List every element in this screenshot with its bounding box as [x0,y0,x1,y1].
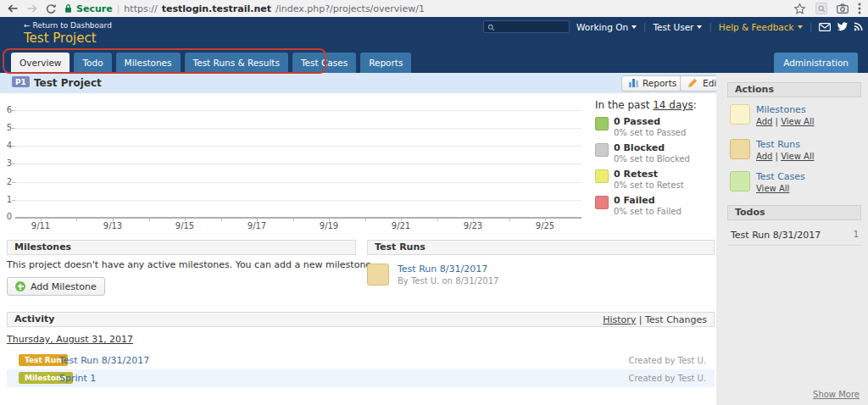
activity-links-separator: | [639,314,643,325]
x-axis-tick: 9/21 [392,221,410,230]
add-milestone-button[interactable]: Add Milestone [7,277,105,296]
activity-item-link[interactable]: Sprint 1 [59,373,96,384]
legend-heading: In the past 14 days: [595,99,697,111]
browser-menu-icon[interactable] [858,3,861,14]
legend-label-retest: 0 Retest [614,169,658,180]
chevron-down-icon [697,25,702,29]
twitter-icon[interactable] [837,19,848,35]
tab-test-cases[interactable]: Test Cases [292,53,356,73]
gridline [15,146,581,147]
url-separator: | [117,3,120,14]
x-axis-tick: 9/13 [103,221,122,230]
test-run-icon [367,264,389,286]
address-bar[interactable]: Secure | https://testlogin.testrail.net/… [64,3,786,14]
milestones-add-link[interactable]: Add [756,117,772,126]
gridline [15,164,581,164]
legend-swatch-failed [595,196,609,209]
project-id-badge: P1 [12,76,30,87]
todo-item-label: Test Run 8/31/2017 [731,230,821,241]
test-runs-view-all-link[interactable]: View All [781,152,814,161]
project-tabs: Overview Todo Milestones Test Runs & Res… [11,53,411,73]
y-axis-tick: 5 [0,123,12,132]
topbar-right: Working On | Test User | Help & Feedback… [483,19,863,34]
todo-item[interactable]: Test Run 8/31/2017 1 [727,225,861,246]
activity-panel-header: Activity History | Test Changes [7,312,715,327]
tab-reports[interactable]: Reports [360,53,411,73]
test-run-subtext: By Test U. on 8/31/2017 [398,276,498,286]
tab-test-runs-results[interactable]: Test Runs & Results [185,53,288,73]
tab-administration[interactable]: Administration [774,53,858,73]
browser-actions [793,3,861,15]
y-axis-tick: 3 [0,158,12,168]
topbar-project-title: Test Project [24,31,97,46]
user-menu[interactable]: Test User [653,22,702,32]
todos-panel-header: Todos [727,205,861,220]
legend-heading-suffix: : [693,99,697,111]
bookmark-star-icon[interactable] [793,3,806,15]
working-on-menu[interactable]: Working On [576,22,637,32]
legend-swatch-retest [595,169,609,183]
test-cases-view-all-link[interactable]: View All [756,184,789,193]
mail-icon[interactable] [819,19,831,35]
history-link[interactable]: History [603,314,636,325]
pencil-icon [687,77,698,90]
gridline [15,200,581,201]
activity-title: Activity [14,313,54,325]
sublink-separator: | [776,152,778,161]
working-on-label: Working On [576,22,628,32]
x-axis-tick: 9/19 [320,221,338,230]
page-title: Test Project [34,77,102,89]
add-icon [15,281,25,291]
legend-sub-blocked: 0% set to Blocked [614,154,690,164]
screenshot-camera-icon[interactable] [837,3,849,14]
sidebar-milestones-link[interactable]: Milestones [756,104,806,115]
return-to-dashboard-link[interactable]: ← Return to Dashboard [24,21,112,30]
back-icon[interactable] [7,3,19,14]
activity-item-meta: Created by Test U. [628,374,706,383]
test-runs-action-icon [730,139,750,159]
todo-item-count: 1 [854,230,859,239]
legend-sub-passed: 0% set to Passed [614,128,686,137]
gridline [15,182,581,183]
forward-icon[interactable] [26,3,38,14]
sublink-separator: | [776,117,778,126]
tab-todo[interactable]: Todo [74,53,111,73]
search-icon [487,19,495,35]
activity-date-heading: Thursday, August 31, 2017 [7,334,133,345]
milestones-empty-text: This project doesn't have any active mil… [7,259,375,270]
y-axis-tick: 6 [0,105,12,114]
sidebar-test-cases-link[interactable]: Test Cases [756,171,805,182]
gridline [15,110,581,111]
zoom-page-icon[interactable] [815,3,827,14]
url-path: /index.php?/projects/overview/1 [275,3,425,14]
show-more-link[interactable]: Show More [813,390,860,399]
global-search-input[interactable] [483,20,570,33]
milestones-action-icon [730,104,750,125]
x-axis-tick: 9/23 [464,221,482,230]
activity-header-links: History | Test Changes [603,313,707,327]
actions-panel-header: Actions [727,82,861,97]
test-runs-add-link[interactable]: Add [756,152,772,161]
legend-label-blocked: 0 Blocked [614,142,665,153]
activity-item-meta: Created by Test U. [628,356,706,365]
refresh-icon[interactable] [46,3,57,14]
tab-milestones[interactable]: Milestones [116,53,181,73]
y-axis-tick: 0 [0,212,12,221]
x-axis-tick: 9/15 [175,221,194,230]
help-feedback-menu[interactable]: Help & Feedback [719,22,803,32]
legend-swatch-passed [595,117,609,130]
lock-icon [64,3,72,14]
milestones-view-all-link[interactable]: View All [781,117,814,126]
past-days-link[interactable]: 14 days [653,99,693,111]
rss-icon[interactable] [854,19,863,35]
test-run-link[interactable]: Test Run 8/31/2017 [398,264,487,275]
sidebar-test-runs-link[interactable]: Test Runs [756,139,800,150]
legend-label-failed: 0 Failed [614,195,655,206]
url-scheme: https:// [124,3,157,14]
bar-chart-icon [629,79,638,87]
gridline [15,128,581,129]
activity-item-link[interactable]: Test Run 8/31/2017 [59,355,149,366]
tab-overview[interactable]: Overview [11,53,70,73]
x-axis-tick: 9/25 [536,221,554,230]
test-changes-link[interactable]: Test Changes [645,314,707,325]
